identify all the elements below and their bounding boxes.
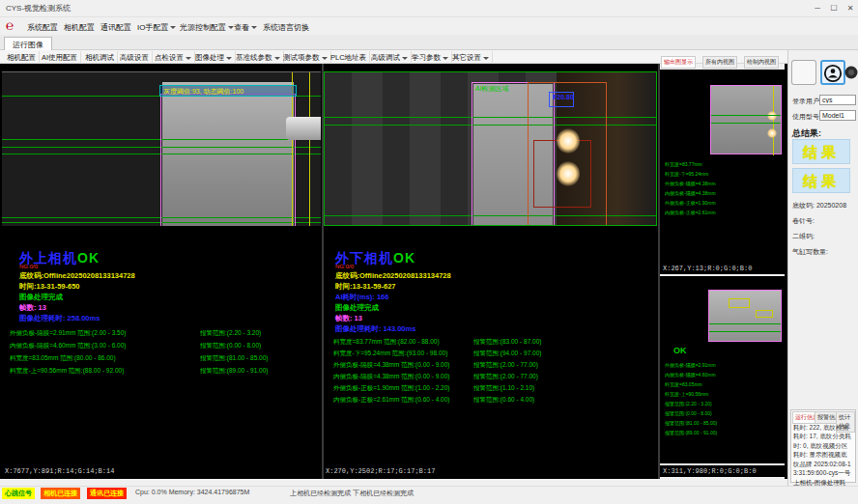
menu-camera-config[interactable]: 相机配置 xyxy=(60,20,99,35)
measure-row: 外侧负极-正极=1.90mm 范围:(1.00 - 2.20) xyxy=(333,384,449,393)
middle-camera-view[interactable]: F20.80 AI检测区域 外下相机OK NG:0/0 底纹码:Offline2… xyxy=(324,64,657,479)
menu-label: 系统配置 xyxy=(27,23,58,32)
tool-label: 学习参数 xyxy=(412,53,441,62)
process-done: 图像处理完成 xyxy=(335,303,379,313)
alarm-range: 报警范围:(0.60 - 4.00) xyxy=(473,396,534,405)
middle-camera-image[interactable]: F20.80 AI检测区域 xyxy=(324,71,657,226)
thumb-tab-all[interactable]: 所有内视图 xyxy=(702,56,737,69)
measure-row: 外侧负极-隔膜=2.91mm 范围:(2.00 - 3.50) xyxy=(10,329,126,338)
frame-count: 帧数: 13 xyxy=(19,303,46,313)
thumb-line: 报警范围:(89.00 - 91.00) xyxy=(665,429,717,436)
menu-io-config[interactable]: IO手配置 xyxy=(133,20,180,35)
measure-row: 料宽度=83.05mm 范围:(80.00 - 86.00) xyxy=(10,354,116,363)
pixel-coords-readout: X:7677,Y:891;R:14;G:14;B:14 xyxy=(5,467,114,475)
user-value-input[interactable] xyxy=(819,95,856,105)
thumb2-image xyxy=(708,290,782,342)
ai-elapsed: AI耗时(ms): 166 xyxy=(335,293,388,302)
thumbnail-view-1[interactable]: 料宽度=83.77mm 料宽度-下=95.24mm 外侧负极-隔膜=4.38mm… xyxy=(660,70,785,263)
tool-label: AI使用配置 xyxy=(42,53,77,62)
thumb-line: 外侧负极-隔膜=2.91mm xyxy=(665,361,716,369)
thumb-line: 内侧负极-隔膜=4.60mm xyxy=(665,371,716,378)
result-badge-1: 结果 xyxy=(792,139,850,164)
thumb2-coord-bar: X:311,Y:980;R:0;G:0;B:0 xyxy=(660,465,785,477)
roi-rect xyxy=(160,94,296,226)
model-label: 使用型号: xyxy=(792,112,821,122)
tool-image-processing[interactable]: 图像处理 xyxy=(192,51,236,65)
minimize-button[interactable]: ─ xyxy=(810,2,825,14)
thumb-line: 料宽度-上=90.56mm xyxy=(665,390,708,398)
measure-row: 内侧负极-隔膜=4.38mm 范围:(0.00 - 9.00) xyxy=(333,373,449,381)
menu-language-switch[interactable]: 系统语言切换 xyxy=(259,20,313,35)
thumb-tab-draw[interactable]: 绘制内视图 xyxy=(744,56,779,69)
thumbnail-panel: 输出图显示 所有内视图 绘制内视图 料宽度=83.77mm 料宽度-下=95.2… xyxy=(660,64,785,479)
window-title: CYS-视觉检测系统 xyxy=(6,3,71,14)
menu-comm-config[interactable]: 通讯配置 xyxy=(97,20,135,35)
alarm-range: 报警范围:(2.20 - 3.20) xyxy=(200,329,261,338)
menu-light-config[interactable]: 光源控制配置 xyxy=(176,20,238,35)
cpu-memory-readout: Cpu: 0.0% Memory: 3424.41796875M xyxy=(135,489,249,495)
tool-learning-params[interactable]: 学习参数 xyxy=(409,51,452,65)
chevron-down-icon xyxy=(483,57,489,60)
tool-other-settings[interactable]: 其它设置 xyxy=(449,51,493,65)
thumb-line: 报警范围:(0.00 - 8.00) xyxy=(665,409,712,417)
tool-plc-address[interactable]: PLC地址表 xyxy=(328,51,370,65)
menu-system-config[interactable]: 系统配置 xyxy=(23,20,62,35)
thumb-line: 外侧负极-正极=1.90mm xyxy=(665,199,716,207)
comm-connected-badge: 通讯已连接 xyxy=(87,488,127,499)
output-flag: NG:0/0 xyxy=(335,264,354,269)
tab-strip: 运行图像 xyxy=(0,35,858,50)
close-button[interactable]: ✕ xyxy=(843,2,858,14)
yellow-mark xyxy=(729,298,750,308)
left-camera-view[interactable]: 灰度阈值:93, 动态阈值:100 外上相机OK NG:0/0 底纹码:Offl… xyxy=(2,64,321,479)
alarm-range: 报警范围:(2.00 - 77.00) xyxy=(473,373,538,381)
thumbnail-view-2[interactable]: OK 外侧负极-隔膜=2.91mm 内侧负极-隔膜=4.60mm 料宽度=83.… xyxy=(660,276,785,463)
thumb-tab-output[interactable]: 输出图显示 xyxy=(661,56,696,69)
detect-complete-message: 上相机已经检测完成 下相机已经检测完成 xyxy=(290,489,414,498)
menu-label: 相机配置 xyxy=(64,23,95,32)
pixel-coords-readout: X:311,Y:980;R:0;G:0;B:0 xyxy=(663,467,757,475)
record-button[interactable] xyxy=(791,60,816,85)
thumb-line: 内侧负极-隔膜=4.38mm xyxy=(665,189,716,197)
left-camera-image[interactable]: 灰度阈值:93, 动态阈值:100 xyxy=(2,71,321,226)
pattern-code: 底纹码:Offline20250208133134728 xyxy=(19,271,135,281)
tool-advanced-settings[interactable]: 高级设置 xyxy=(117,51,153,65)
model-value-input[interactable] xyxy=(819,110,856,121)
user-login-button[interactable] xyxy=(820,60,845,85)
app-logo-icon: ℮ xyxy=(6,18,21,34)
cylinder-count-label: 气缸写数量: xyxy=(792,247,828,257)
maximize-button[interactable]: ☐ xyxy=(826,2,842,14)
capture-time: 时间:13-31-59-627 xyxy=(335,282,396,292)
menu-bar: ℮ 系统配置 相机配置 通讯配置 IO手配置 光源控制配置 查看 系统语言切换 xyxy=(0,17,858,35)
tool-label: 高级设置 xyxy=(120,53,149,62)
measure-row: 外侧负极-隔膜=4.38mm 范围:(0.00 - 9.00) xyxy=(333,361,449,370)
tool-label: 点检设置 xyxy=(155,53,184,62)
measure-row: 料宽度-下=95.24mm 范围:(93.00 - 98.00) xyxy=(333,350,447,358)
tool-baseline-params[interactable]: 基准线参数 xyxy=(233,51,284,65)
tool-label: 测试项参数 xyxy=(283,53,320,62)
thumb-line: 报警范围:(2.20 - 3.20) xyxy=(665,400,712,407)
menu-view[interactable]: 查看 xyxy=(230,20,261,35)
user-label: 登录用户: xyxy=(792,97,821,106)
alarm-range: 报警范围:(1.10 - 2.10) xyxy=(473,384,534,393)
tool-label: 相机配置 xyxy=(7,53,36,62)
stop-button[interactable] xyxy=(844,62,858,83)
tool-spot-check[interactable]: 点检设置 xyxy=(152,51,195,65)
thumb-line: 料宽度=83.77mm xyxy=(665,160,702,168)
thumb2-ok-label: OK xyxy=(673,346,687,355)
yellow-mark xyxy=(773,86,774,155)
tool-ai-use-config[interactable]: AI使用配置 xyxy=(39,51,81,65)
bright-spot xyxy=(767,128,777,138)
main-view-area: 灰度阈值:93, 动态阈值:100 外上相机OK NG:0/0 底纹码:Offl… xyxy=(0,64,787,479)
thumb-line: 报警范围:(81.00 - 85.00) xyxy=(665,419,717,427)
frame-count: 帧数: 13 xyxy=(335,314,362,323)
result-ok: OK xyxy=(393,250,415,266)
menu-label: 通讯配置 xyxy=(100,23,131,32)
tool-camera-config[interactable]: 相机配置 xyxy=(4,51,40,65)
alarm-range: 报警范围:(94.00 - 97.00) xyxy=(473,350,541,358)
chevron-down-icon xyxy=(322,57,328,60)
ai-detect-score: F20.80 xyxy=(553,94,574,100)
tool-advanced-debug[interactable]: 高级调试 xyxy=(368,51,412,65)
tool-test-params[interactable]: 测试项参数 xyxy=(280,51,331,65)
pixel-coords-readout: X:270,Y:2502;R:17;G:17;B:17 xyxy=(326,467,435,475)
tool-camera-debug[interactable]: 相机调试 xyxy=(82,51,118,65)
